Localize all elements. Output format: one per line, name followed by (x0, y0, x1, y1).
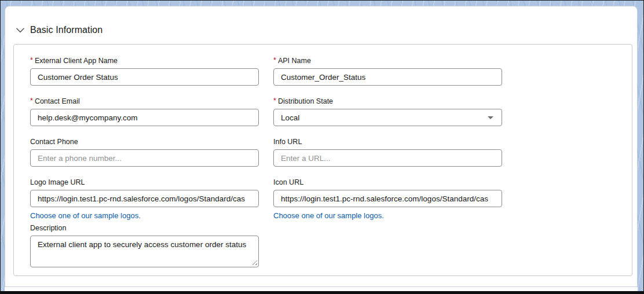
choose-sample-icons-link[interactable]: Choose one of our sample logos. (273, 211, 384, 220)
field-api-name: * API Name (273, 56, 502, 86)
window-bottom-edge (0, 291, 644, 294)
form-column-right: * API Name * Distribution State Local (273, 56, 502, 267)
dropdown-arrow-icon (488, 116, 493, 119)
external-client-app-name-label: External Client App Name (35, 56, 118, 66)
form-column-left: * External Client App Name * Contact Ema… (30, 56, 259, 267)
info-url-label: Info URL (273, 137, 302, 147)
logo-image-url-label-row: Logo Image URL (30, 178, 259, 188)
field-distribution-state: * Distribution State Local (273, 97, 502, 126)
api-name-label: API Name (278, 56, 311, 66)
description-label-row: Description (30, 223, 259, 233)
distribution-state-select[interactable]: Local (273, 109, 502, 126)
field-external-client-app-name: * External Client App Name (30, 56, 259, 86)
icon-url-label: Icon URL (273, 178, 303, 188)
next-section-strip (5, 287, 638, 291)
description-textarea[interactable]: External client app to securely access c… (30, 236, 259, 267)
salesforce-setup-page: Basic Information * External Client App … (0, 0, 644, 294)
external-client-app-name-input[interactable] (30, 68, 259, 86)
basic-information-fieldset: * External Client App Name * Contact Ema… (13, 44, 632, 276)
choose-sample-logos-link[interactable]: Choose one of our sample logos. (30, 211, 141, 220)
contact-phone-label-row: Contact Phone (30, 137, 259, 147)
section-header-basic-information[interactable]: Basic Information (5, 6, 637, 36)
required-asterisk: * (273, 56, 276, 65)
contact-email-input[interactable] (30, 109, 259, 126)
description-textarea-wrap: External client app to securely access c… (30, 236, 259, 267)
api-name-input[interactable] (273, 68, 502, 86)
contact-email-label: Contact Email (35, 97, 80, 106)
distribution-state-label: Distribution State (278, 97, 333, 106)
section-title: Basic Information (30, 24, 103, 36)
basic-information-card: Basic Information * External Client App … (5, 6, 638, 287)
contact-phone-label: Contact Phone (30, 137, 78, 147)
info-url-input[interactable] (273, 149, 502, 167)
api-name-label-row: * API Name (273, 56, 502, 66)
logo-image-url-input[interactable] (30, 190, 259, 207)
field-icon-url: Icon URL Choose one of our sample logos. (273, 178, 502, 220)
distribution-state-label-row: * Distribution State (273, 97, 502, 106)
distribution-state-value: Local (281, 113, 299, 122)
field-contact-phone: Contact Phone (30, 137, 259, 167)
info-url-label-row: Info URL (273, 137, 502, 147)
contact-phone-input[interactable] (30, 149, 259, 167)
required-asterisk: * (30, 56, 33, 65)
icon-url-label-row: Icon URL (273, 178, 502, 188)
required-asterisk: * (30, 96, 33, 106)
external-client-app-name-label-row: * External Client App Name (30, 56, 259, 66)
chevron-down-icon[interactable] (16, 25, 25, 35)
logo-image-url-label: Logo Image URL (30, 178, 85, 188)
required-asterisk: * (273, 96, 276, 106)
field-logo-image-url: Logo Image URL Choose one of our sample … (30, 178, 259, 220)
field-info-url: Info URL (273, 137, 502, 167)
contact-email-label-row: * Contact Email (30, 97, 259, 106)
field-description: Description External client app to secur… (30, 223, 259, 267)
description-label: Description (30, 223, 67, 233)
icon-url-input[interactable] (273, 190, 502, 207)
field-contact-email: * Contact Email (30, 97, 259, 126)
